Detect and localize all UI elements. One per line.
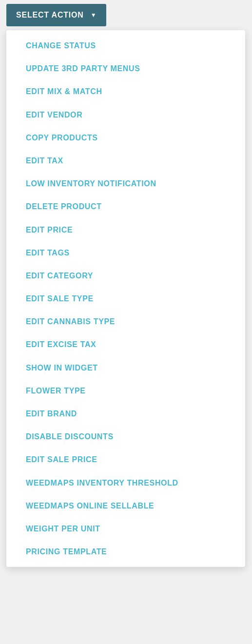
menu-item-edit-sale-type[interactable]: EDIT SALE TYPE: [6, 287, 245, 310]
menu-item-weedmaps-inventory-threshold[interactable]: WEEDMAPS INVENTORY THRESHOLD: [6, 471, 245, 494]
menu-item-edit-brand[interactable]: EDIT BRAND: [6, 402, 245, 425]
menu-item-edit-tax[interactable]: EDIT TAX: [6, 149, 245, 172]
menu-item-edit-sale-price[interactable]: EDIT SALE PRICE: [6, 448, 245, 471]
menu-item-flower-type[interactable]: FLOWER TYPE: [6, 379, 245, 402]
select-action-button[interactable]: SELECT ACTION ▼: [6, 4, 106, 26]
select-action-label: SELECT ACTION: [16, 11, 84, 20]
chevron-down-icon: ▼: [91, 12, 97, 19]
menu-item-show-in-widget[interactable]: SHOW IN WIDGET: [6, 356, 245, 379]
dropdown-menu: CHANGE STATUSUPDATE 3RD PARTY MENUSEDIT …: [6, 30, 245, 567]
menu-item-edit-price[interactable]: EDIT PRICE: [6, 218, 245, 241]
menu-item-edit-category[interactable]: EDIT CATEGORY: [6, 264, 245, 287]
menu-item-edit-excise-tax[interactable]: EDIT EXCISE TAX: [6, 333, 245, 356]
menu-item-pricing-template[interactable]: PRICING TEMPLATE: [6, 540, 245, 563]
menu-item-disable-discounts[interactable]: DISABLE DISCOUNTS: [6, 425, 245, 448]
menu-item-edit-cannabis-type[interactable]: EDIT CANNABIS TYPE: [6, 310, 245, 333]
menu-item-update-3rd-party-menus[interactable]: UPDATE 3RD PARTY MENUS: [6, 57, 245, 80]
menu-item-edit-mix-match[interactable]: EDIT MIX & MATCH: [6, 80, 245, 103]
menu-item-edit-tags[interactable]: EDIT TAGS: [6, 241, 245, 264]
menu-item-weight-per-unit[interactable]: WEIGHT PER UNIT: [6, 517, 245, 540]
menu-item-change-status[interactable]: CHANGE STATUS: [6, 34, 245, 57]
menu-item-delete-product[interactable]: DELETE PRODUCT: [6, 195, 245, 218]
menu-item-copy-products[interactable]: COPY PRODUCTS: [6, 126, 245, 149]
menu-item-weedmaps-online-sellable[interactable]: WEEDMAPS ONLINE SELLABLE: [6, 494, 245, 517]
menu-item-edit-vendor[interactable]: EDIT VENDOR: [6, 103, 245, 126]
menu-item-low-inventory-notification[interactable]: LOW INVENTORY NOTIFICATION: [6, 172, 245, 195]
page-container: SELECT ACTION ▼ CHANGE STATUSUPDATE 3RD …: [0, 0, 252, 644]
